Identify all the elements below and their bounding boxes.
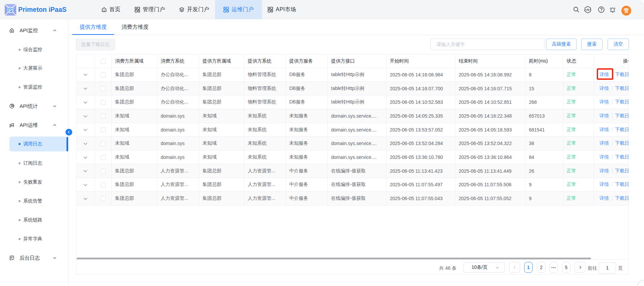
svg-text:AI: AI [586,8,589,11]
svg-text:P: P [9,7,12,13]
